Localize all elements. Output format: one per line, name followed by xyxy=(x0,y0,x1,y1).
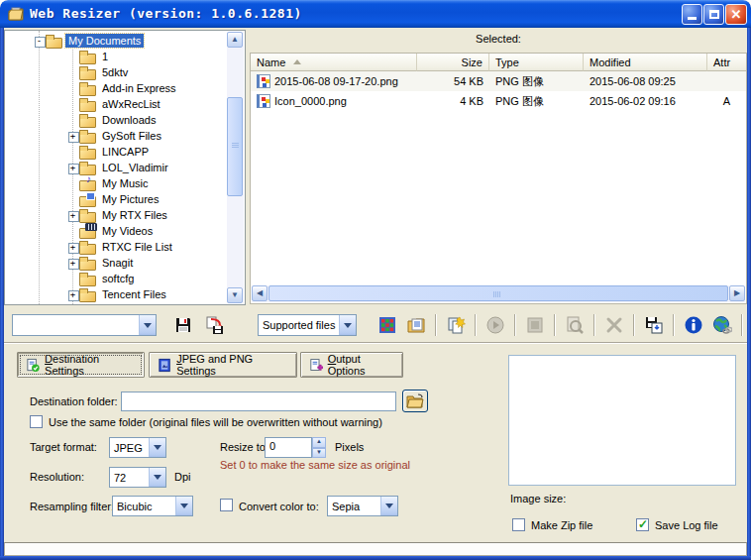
tree-item-my-documents[interactable]: My Documents xyxy=(5,33,227,49)
scroll-right-arrow[interactable]: ▶ xyxy=(729,285,745,301)
make-zip-checkbox[interactable] xyxy=(512,518,525,531)
add-files-button[interactable] xyxy=(443,312,469,338)
tab-destination-settings[interactable]: Destination Settings xyxy=(17,352,145,378)
tree-item[interactable]: LOL_Vladimir xyxy=(5,160,227,175)
tree-item[interactable]: GySoft Files xyxy=(5,128,227,144)
column-label: Size xyxy=(462,56,483,68)
scrollbar-thumb[interactable] xyxy=(268,285,728,301)
play-icon xyxy=(485,315,505,335)
target-format-combobox[interactable]: JPEG xyxy=(109,437,166,458)
destination-folder-input[interactable] xyxy=(121,392,396,411)
list-view-button[interactable] xyxy=(403,312,429,338)
expand-icon[interactable] xyxy=(66,288,79,301)
chevron-down-icon[interactable] xyxy=(139,315,156,335)
tree-item-my-videos[interactable]: My Videos xyxy=(5,223,227,239)
thumbnails-grid-icon xyxy=(377,315,397,335)
chevron-down-icon[interactable] xyxy=(339,315,356,335)
save-list-button[interactable] xyxy=(170,312,196,338)
batch-save-button[interactable] xyxy=(641,312,667,338)
status-bar xyxy=(4,542,747,556)
file-list-horizontal-scrollbar[interactable]: ◀ ▶ xyxy=(252,285,745,302)
tree-item-label: 1 xyxy=(99,50,111,63)
resize-to-spinner[interactable]: 0 ▲ ▼ xyxy=(265,437,326,458)
browse-folder-button[interactable] xyxy=(402,390,428,412)
expand-icon[interactable] xyxy=(66,209,79,222)
collapse-icon[interactable] xyxy=(33,35,46,48)
folder-icon xyxy=(79,145,96,160)
tree-item-label: LOL_Vladimir xyxy=(99,161,171,174)
path-combobox[interactable] xyxy=(12,314,157,336)
tree-item[interactable]: Tencent Files xyxy=(5,286,227,302)
music-folder-icon xyxy=(79,176,96,191)
file-filter-combobox[interactable]: Supported files xyxy=(258,314,357,336)
tree-item[interactable]: Add-in Express xyxy=(5,80,227,96)
chevron-down-icon[interactable] xyxy=(149,438,165,457)
preview-button-disabled[interactable] xyxy=(562,312,588,338)
scroll-down-arrow[interactable]: ▼ xyxy=(227,287,243,303)
tree-item[interactable]: My RTX Files xyxy=(5,207,227,223)
file-name: 2015-06-08 09-17-20.png xyxy=(274,75,398,87)
stop-icon xyxy=(525,315,545,335)
column-header-name[interactable]: Name xyxy=(251,54,417,71)
spinner-down-button[interactable]: ▼ xyxy=(312,448,326,459)
folder-tree[interactable]: My Documents 1 5dktv Add-in Express aWxR xyxy=(4,30,246,305)
expand-icon[interactable] xyxy=(66,162,79,174)
website-button[interactable] xyxy=(709,312,735,338)
tree-item[interactable]: LINCAPP xyxy=(5,144,227,160)
close-button[interactable]: ✕ xyxy=(725,4,747,25)
expand-icon[interactable] xyxy=(66,130,79,143)
save-list-as-button[interactable] xyxy=(202,312,228,338)
column-header-attr[interactable]: Attr xyxy=(707,54,746,71)
thumbnails-view-button[interactable] xyxy=(375,312,400,338)
chevron-down-icon[interactable] xyxy=(175,497,192,515)
spinner-up-button[interactable]: ▲ xyxy=(312,437,326,448)
file-row[interactable]: 2015-06-08 09-17-20.png 54 KB PNG 图像 201… xyxy=(251,71,746,91)
maximize-button[interactable] xyxy=(703,4,724,25)
tree-vertical-scrollbar[interactable]: ▲ ▼ xyxy=(227,32,244,303)
minimize-button[interactable] xyxy=(682,4,702,25)
scroll-left-arrow[interactable]: ◀ xyxy=(252,285,268,301)
resampling-filter-combobox[interactable]: Bicubic xyxy=(112,496,193,516)
tree-item[interactable]: 5dktv xyxy=(5,64,227,80)
stop-button-disabled[interactable] xyxy=(522,312,548,338)
file-type: PNG 图像 xyxy=(489,74,584,89)
convert-color-combobox[interactable]: Sepia xyxy=(327,496,398,516)
file-row[interactable]: Icon_0000.png 4 KB PNG 图像 2015-06-02 09:… xyxy=(251,91,746,111)
scrollbar-thumb[interactable] xyxy=(227,97,243,196)
use-same-folder-checkbox[interactable] xyxy=(30,415,43,428)
chevron-down-icon[interactable] xyxy=(149,468,165,487)
column-header-modified[interactable]: Modified xyxy=(584,54,707,71)
tree-item-label: My Pictures xyxy=(99,192,161,206)
png-file-icon xyxy=(257,94,270,108)
resize-to-value[interactable]: 0 xyxy=(265,437,312,458)
destination-folder-label: Destination folder: xyxy=(30,395,118,407)
no-expander xyxy=(66,98,79,111)
expand-icon[interactable] xyxy=(66,241,79,254)
tab-jpeg-png-settings[interactable]: JPEG and PNG Settings xyxy=(149,352,297,378)
tab-output-options[interactable]: Output Options xyxy=(300,352,403,378)
file-list[interactable]: Name Size Type Modified Attr 2015-06-08 … xyxy=(250,53,747,304)
tree-item-label: Downloads xyxy=(99,113,159,127)
folder-icon xyxy=(79,256,96,271)
tree-item[interactable]: RTXC File List xyxy=(5,239,227,255)
tree-item-my-pictures[interactable]: My Pictures xyxy=(5,191,227,207)
tree-item[interactable]: aWxRecList xyxy=(5,96,227,112)
convert-color-checkbox[interactable] xyxy=(220,499,233,511)
toolbar-separator xyxy=(673,314,675,336)
expand-icon[interactable] xyxy=(66,257,79,270)
tree-item-my-music[interactable]: My Music xyxy=(5,175,227,191)
tree-item[interactable]: softcfg xyxy=(5,271,227,286)
column-header-size[interactable]: Size xyxy=(417,54,489,71)
chevron-down-icon[interactable] xyxy=(380,497,397,515)
remove-button-disabled[interactable] xyxy=(601,312,627,338)
tree-item[interactable]: Snagit xyxy=(5,255,227,271)
scroll-up-arrow[interactable]: ▲ xyxy=(227,32,243,48)
tree-item[interactable]: Downloads xyxy=(5,112,227,128)
about-button[interactable] xyxy=(681,312,706,338)
start-button-disabled[interactable] xyxy=(483,312,508,338)
resolution-combobox[interactable]: 72 xyxy=(109,467,166,488)
folder-open-icon xyxy=(46,34,62,49)
save-log-checkbox[interactable] xyxy=(636,518,649,531)
tree-item[interactable]: 1 xyxy=(5,49,227,64)
column-header-type[interactable]: Type xyxy=(489,54,584,71)
